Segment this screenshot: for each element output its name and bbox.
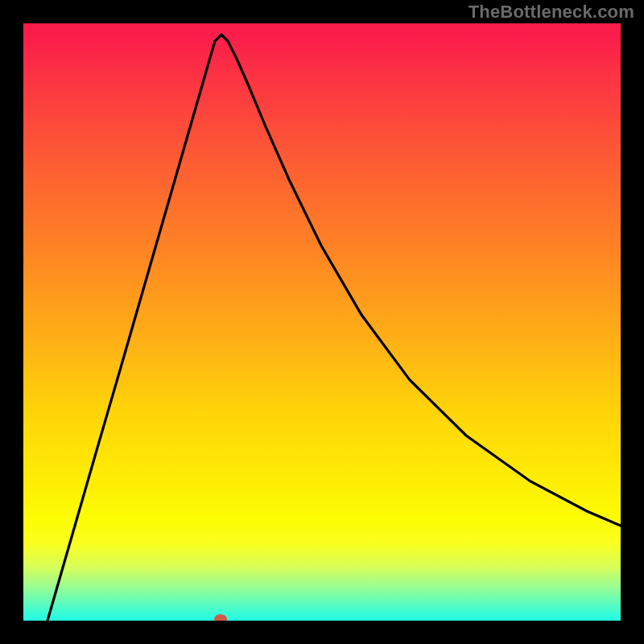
optimum-marker — [214, 614, 227, 621]
curve-layer — [23, 23, 621, 621]
bottleneck-curve — [47, 35, 621, 621]
chart-frame: TheBottleneck.com — [0, 0, 644, 644]
plot-area — [23, 23, 621, 621]
watermark-text: TheBottleneck.com — [469, 2, 634, 23]
